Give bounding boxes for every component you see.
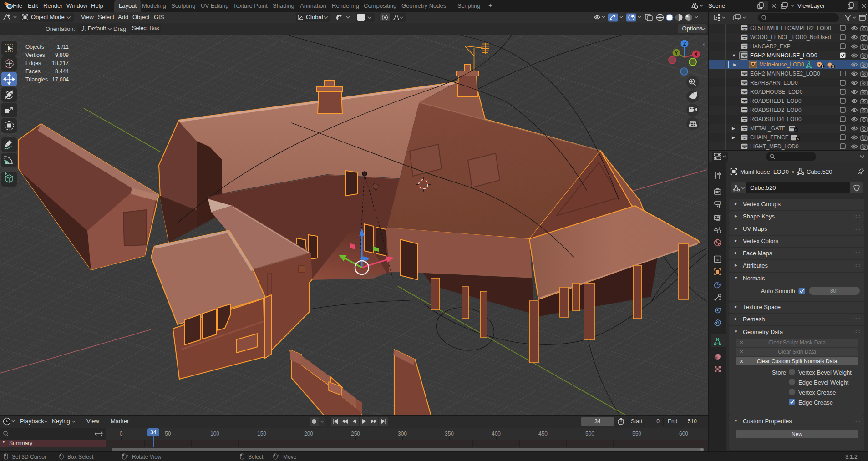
svg-text:Triangles: Triangles [25, 76, 48, 83]
svg-text:1 /11: 1 /11 [57, 44, 69, 50]
svg-text:Vertices: Vertices [25, 52, 45, 58]
svg-text:6: 6 [797, 137, 799, 141]
svg-text:17,004: 17,004 [52, 76, 69, 83]
svg-text:9,809: 9,809 [55, 52, 69, 58]
svg-text:Y: Y [675, 50, 678, 56]
svg-text:Z: Z [683, 41, 686, 46]
svg-text:‹: ‹ [703, 41, 705, 47]
svg-text:Objects: Objects [25, 44, 44, 50]
svg-text:Edges: Edges [25, 60, 41, 66]
svg-text:X: X [694, 51, 698, 57]
svg-text:8: 8 [832, 64, 834, 69]
svg-text:2: 2 [822, 64, 824, 69]
svg-text:8,444: 8,444 [55, 68, 69, 75]
svg-text:18,217: 18,217 [52, 60, 69, 66]
svg-text:Faces: Faces [25, 68, 41, 75]
svg-text:2: 2 [795, 128, 797, 132]
